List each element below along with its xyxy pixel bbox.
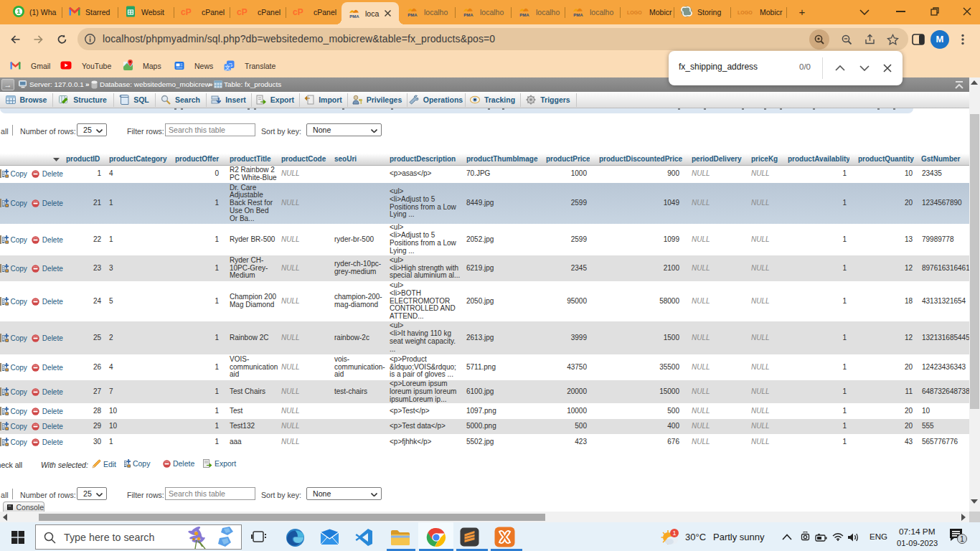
svg-text:PMA: PMA <box>349 14 359 18</box>
svg-text:cP: cP <box>293 7 303 17</box>
svg-text:1: 1 <box>17 7 21 15</box>
svg-text:cP: cP <box>181 7 192 17</box>
svg-text:PMA: PMA <box>573 13 583 17</box>
svg-text:LOGO: LOGO <box>738 10 753 15</box>
svg-text:1: 1 <box>960 535 964 543</box>
svg-text:cP: cP <box>237 7 248 17</box>
svg-text:1: 1 <box>672 529 676 537</box>
svg-text:PMA: PMA <box>519 13 529 17</box>
svg-text:PMA: PMA <box>463 13 473 17</box>
svg-text:LOGO: LOGO <box>627 10 642 15</box>
svg-text:PMA: PMA <box>407 13 418 17</box>
svg-text:文: 文 <box>225 64 230 70</box>
